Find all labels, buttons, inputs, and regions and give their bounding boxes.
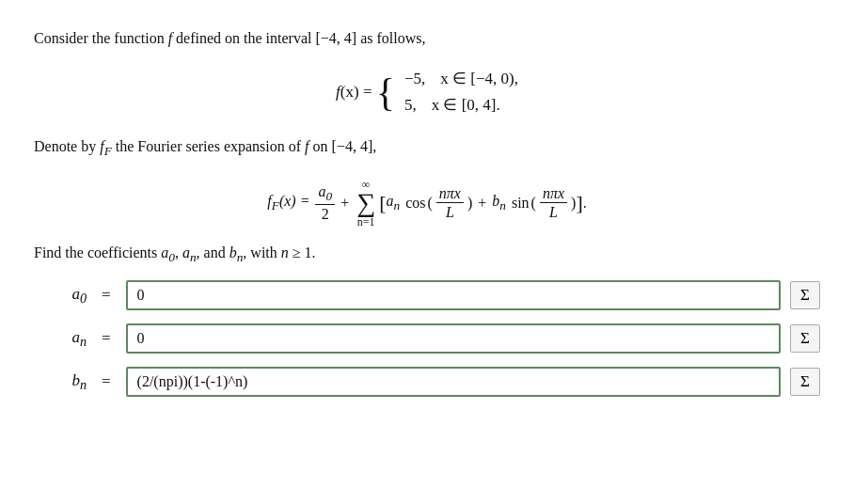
fourier-inner-sum: an cos ( nπx L ) + bn sin ( nπx L ) — [386, 184, 576, 221]
denote-text2: the Fourier series expansion of — [112, 138, 305, 154]
answer-bn-sigma-btn[interactable]: Σ — [790, 368, 820, 396]
find-a0: a0 — [161, 244, 175, 260]
find-geq: ≥ 1. — [289, 244, 316, 260]
find-comma2: , and — [197, 244, 229, 260]
fourier-an: an — [386, 193, 400, 213]
fourier-sigma: ∑ — [356, 190, 375, 216]
answer-a0-label: a0 — [34, 285, 87, 307]
find-a0-sub: 0 — [168, 250, 175, 264]
big-brace: { — [376, 72, 395, 112]
fourier-plus1: + — [337, 195, 353, 212]
answer-row-bn: bn = Σ — [34, 367, 820, 397]
fourier-open-bracket: [ — [379, 191, 386, 215]
answer-row-an: an = Σ — [34, 323, 820, 354]
answer-an-sub: n — [80, 334, 87, 349]
answer-a0-sigma-btn[interactable]: Σ — [790, 281, 820, 309]
fourier-lhs-sub: F — [272, 198, 279, 213]
fourier-cos: cos — [402, 195, 425, 212]
fourier-sin-den: L — [546, 203, 561, 221]
piecewise-parens: (x) = — [340, 83, 376, 102]
find-comma1: , — [175, 244, 182, 260]
answer-bn-sub: n — [80, 377, 87, 392]
find-an: an — [182, 244, 197, 260]
answer-bn-eq: = — [102, 372, 111, 391]
fourier-an-sub: n — [393, 198, 400, 213]
fourier-sin-frac: nπx L — [540, 184, 567, 221]
find-text: Find the coefficients — [34, 244, 161, 260]
answer-an-eq: = — [102, 329, 111, 348]
fourier-dot: . — [583, 195, 587, 212]
answer-a0-input[interactable] — [126, 280, 782, 310]
fourier-cos-num: nπx — [436, 184, 464, 203]
denote-text: Denote by — [34, 138, 100, 154]
fourier-a0-den: 2 — [319, 205, 332, 223]
fourier-cos-den: L — [443, 203, 457, 221]
fourier-plus2: + — [474, 195, 490, 212]
fourier-sum-bot-label: n=1 — [357, 215, 375, 228]
piecewise-val2: 5, — [404, 92, 417, 119]
fourier-cos-frac: nπx L — [436, 184, 464, 221]
piecewise-rows: −5, x ∈ [−4, 0), 5, x ∈ [0, 4]. — [404, 66, 518, 120]
fourier-sin-open-paren: ( — [531, 195, 536, 212]
fourier-sum-block: ∞ ∑ n=1 — [356, 179, 375, 228]
intro-text1: Consider the function — [34, 30, 168, 46]
find-text2: , with — [243, 244, 280, 260]
piecewise-row1: −5, x ∈ [−4, 0), — [404, 66, 518, 93]
fourier-frac-a0: a0 2 — [315, 182, 335, 223]
fourier-cos-open-paren: ( — [427, 195, 432, 212]
intro-paragraph: Consider the function f defined on the i… — [34, 26, 820, 51]
fourier-sin: sin — [508, 195, 530, 212]
answer-bn-label: bn — [34, 371, 87, 393]
find-an-sub: n — [190, 250, 197, 264]
piecewise-formula: f(x) = { −5, x ∈ [−4, 0), 5, x ∈ [0, 4]. — [336, 66, 518, 120]
fourier-lhs: fF(x) = — [267, 193, 313, 213]
piecewise-val1: −5, — [404, 66, 425, 93]
find-paragraph: Find the coefficients a0, an, and bn, wi… — [34, 241, 820, 268]
fourier-sum-bot: n=1 — [357, 216, 375, 228]
denote-sub-F: F — [104, 145, 112, 159]
fourier-bn-sub: n — [499, 198, 506, 213]
fourier-a0-num: a0 — [315, 182, 335, 205]
find-n: n — [281, 244, 289, 260]
fourier-a0-sub: 0 — [325, 189, 332, 203]
answer-an-label: an — [34, 328, 87, 350]
fourier-close-bracket: ] — [576, 191, 582, 215]
answer-an-input[interactable] — [126, 323, 782, 354]
answer-row-a0: a0 = Σ — [34, 280, 820, 310]
fourier-cos-close-paren: ) — [467, 195, 472, 212]
piecewise-cond1: x ∈ [−4, 0), — [440, 66, 518, 93]
answer-a0-sub: 0 — [80, 291, 87, 306]
denote-paragraph: Denote by fF the Fourier series expansio… — [34, 134, 820, 162]
fourier-bn: bn — [492, 193, 506, 213]
piecewise-formula-block: f(x) = { −5, x ∈ [−4, 0), 5, x ∈ [0, 4]. — [34, 66, 820, 120]
answer-a0-eq: = — [102, 286, 111, 305]
piecewise-row2: 5, x ∈ [0, 4]. — [404, 92, 518, 119]
denote-text3: on [−4, 4], — [309, 138, 377, 154]
find-bn: bn — [229, 244, 244, 260]
intro-text1b: defined on the interval [−4, 4] as follo… — [172, 30, 425, 46]
answer-bn-input[interactable] — [126, 367, 782, 397]
fourier-sin-num: nπx — [540, 184, 567, 203]
denote-fF: fF — [100, 138, 112, 154]
answer-an-sigma-btn[interactable]: Σ — [790, 324, 820, 353]
piecewise-cond2: x ∈ [0, 4]. — [432, 92, 500, 119]
fourier-formula-block: fF(x) = a0 2 + ∞ ∑ n=1 [ an cos ( nπx L … — [34, 179, 820, 228]
